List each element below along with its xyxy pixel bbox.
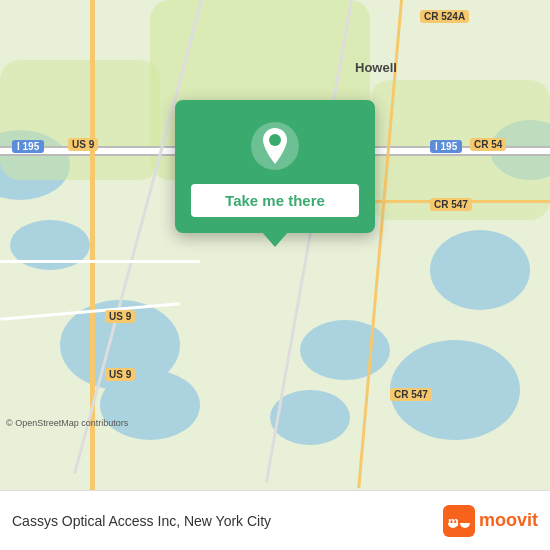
take-me-there-button[interactable]: Take me there	[191, 184, 359, 217]
moovit-text: moovit	[479, 510, 538, 531]
map-container: I 195 I 195 I 195 US 9 US 9 US 9 CR 524A…	[0, 0, 550, 490]
svg-text:m: m	[448, 515, 459, 529]
osm-attribution: © OpenStreetMap contributors	[6, 418, 128, 428]
road-label-us9: US 9	[68, 138, 98, 151]
road-label-us9: US 9	[105, 368, 135, 381]
road-label-cr547: CR 547	[430, 198, 472, 211]
svg-point-1	[269, 134, 281, 146]
water-body	[300, 320, 390, 380]
road-label-cr547-bottom: CR 547	[390, 388, 432, 401]
town-label: Howell	[355, 60, 397, 75]
moovit-app-icon: m	[443, 505, 475, 537]
road-label-cr524a: CR 524A	[420, 10, 469, 23]
location-pin-icon	[249, 120, 301, 172]
water-body	[430, 230, 530, 310]
moovit-logo: m moovit	[443, 505, 538, 537]
place-name: Cassys Optical Access Inc, New York City	[12, 513, 271, 529]
road-label-i195: I 195	[430, 140, 462, 153]
local-road	[0, 260, 200, 263]
road-label-cr54: CR 54	[470, 138, 506, 151]
bottom-bar: Cassys Optical Access Inc, New York City…	[0, 490, 550, 550]
road-label-i195: I 195	[12, 140, 44, 153]
popup-card: Take me there	[175, 100, 375, 233]
road-label-us9: US 9	[105, 310, 135, 323]
green-patch	[0, 60, 160, 180]
